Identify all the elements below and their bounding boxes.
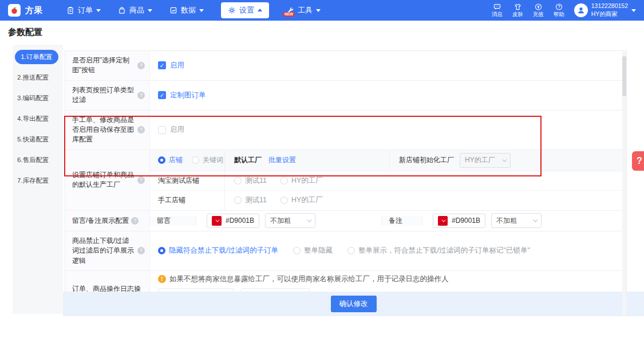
help-icon[interactable]: ? bbox=[137, 92, 145, 99]
factory-shop-row: 淘宝测试店铺 测试11 HY的工厂 bbox=[150, 171, 626, 191]
main-nav: 订单 商品 数据 bbox=[66, 2, 321, 18]
note-sub-label: 备注 bbox=[381, 216, 422, 226]
row-label-text: 设置店铺订单和商品的默认生产工厂 bbox=[72, 170, 135, 190]
row-label-text: 留言/备注展示配置 bbox=[72, 216, 129, 226]
caret-down-icon bbox=[631, 9, 636, 12]
chart-icon bbox=[169, 6, 177, 14]
factory-option-label: HY的工厂 bbox=[291, 176, 323, 186]
topbar-messages[interactable]: 消息 bbox=[492, 3, 503, 17]
lock-option-show-marked[interactable]: 整单展示，符合禁止下载/过滤词的子订单标记"已锁单" bbox=[347, 246, 530, 256]
message-color-picker[interactable]: #D9001B bbox=[207, 214, 259, 228]
brand-logo-icon bbox=[8, 4, 21, 17]
row-label-text: 是否启用"选择定制图"按钮 bbox=[72, 56, 135, 76]
color-swatch-red bbox=[212, 216, 222, 226]
sidebar-item-order-config[interactable]: 1.订单配置 bbox=[15, 50, 58, 64]
checkbox-label: 启用 bbox=[170, 125, 184, 135]
scrollbar[interactable] bbox=[622, 52, 626, 315]
user-shop-name: HY的商家 bbox=[591, 10, 628, 18]
topbar-skin[interactable]: 皮肤 bbox=[512, 3, 523, 17]
coin-icon bbox=[534, 3, 543, 11]
help-icon[interactable]: ? bbox=[137, 126, 145, 133]
nav-item-tools[interactable]: NEW 工具 bbox=[286, 2, 321, 18]
message-sub-label: 留言 bbox=[150, 216, 196, 226]
question-icon bbox=[555, 3, 563, 11]
caret-down-icon bbox=[199, 9, 204, 12]
nav-item-settings[interactable]: 设置 bbox=[221, 2, 269, 18]
gear-icon bbox=[228, 6, 236, 14]
sidebar-item-aftersale-config[interactable]: 6.售后配置 bbox=[13, 153, 63, 167]
topbar-help[interactable]: 帮助 bbox=[554, 3, 564, 17]
mode-label: 关键词 bbox=[203, 155, 223, 165]
batch-set-link[interactable]: 批量设置 bbox=[268, 155, 296, 165]
help-icon[interactable]: ? bbox=[137, 176, 145, 184]
init-factory-label: 新店铺初始化工厂 bbox=[399, 155, 454, 165]
factory-header-row: 店铺 关键词 默认工厂 批量设置 新店铺初始化工厂 bbox=[150, 150, 626, 171]
operator-tip: 如果不想将商家信息暴露给工厂，可以使用商家名称展示给工厂，用于记录日志的操作人 bbox=[169, 274, 449, 284]
note-color-picker[interactable]: #D9001B bbox=[433, 214, 485, 228]
factory-option-radio[interactable]: HY的工厂 bbox=[280, 195, 323, 205]
quick-label: 皮肤 bbox=[512, 11, 523, 17]
nav-label: 设置 bbox=[239, 5, 254, 15]
clipboard-icon bbox=[66, 6, 74, 14]
factory-option-radio[interactable]: 测试11 bbox=[234, 195, 267, 205]
user-menu[interactable]: 13122280152 HY的商家 bbox=[574, 2, 636, 18]
select-value: 不加粗 bbox=[496, 216, 517, 226]
help-icon[interactable]: ? bbox=[131, 217, 139, 225]
option-label: 整单隐藏 bbox=[304, 246, 333, 256]
shop-name: 手工店铺 bbox=[158, 195, 185, 205]
radio-on-icon bbox=[158, 247, 165, 254]
help-float-button[interactable]: ? bbox=[632, 151, 644, 171]
mode-keyword-radio[interactable]: 关键词 bbox=[192, 155, 223, 165]
init-factory-select[interactable]: HY的工厂 bbox=[460, 153, 511, 168]
brand-name: 方果 bbox=[25, 5, 42, 16]
nav-item-data[interactable]: 数据 bbox=[169, 2, 204, 18]
scrollbar-thumb[interactable] bbox=[622, 56, 626, 96]
factory-option-radio[interactable]: HY的工厂 bbox=[280, 176, 323, 186]
radio-off-icon bbox=[280, 177, 288, 184]
note-weight-select[interactable]: 不加粗 bbox=[491, 213, 542, 228]
radio-on-icon bbox=[158, 156, 165, 164]
lock-option-hide-sub[interactable]: 隐藏符合禁止下载/过滤词的子订单 bbox=[158, 246, 278, 256]
sidebar-item-stock-config[interactable]: 7.库存配置 bbox=[13, 174, 63, 188]
type-filter-checkbox[interactable]: ✓ bbox=[158, 91, 166, 99]
nav-label: 商品 bbox=[129, 5, 144, 15]
nav-item-orders[interactable]: 订单 bbox=[66, 2, 101, 18]
select-value: 不加粗 bbox=[270, 216, 291, 226]
sidebar-item-code-config[interactable]: 3.编码配置 bbox=[13, 91, 63, 105]
help-icon[interactable]: ? bbox=[137, 247, 145, 254]
user-phone: 13122280152 bbox=[591, 2, 628, 10]
help-float-label: ? bbox=[637, 156, 642, 166]
footer-bar: 确认修改 bbox=[63, 292, 644, 316]
factory-option-radio[interactable]: 测试11 bbox=[234, 176, 267, 186]
lock-option-hide-all[interactable]: 整单隐藏 bbox=[293, 246, 333, 256]
quick-label: 帮助 bbox=[554, 11, 564, 17]
sidebar-item-express-config[interactable]: 5.快递配置 bbox=[13, 132, 63, 147]
sidebar-item-push-config[interactable]: 2.推送配置 bbox=[13, 70, 63, 85]
mode-shop-radio[interactable]: 店铺 bbox=[158, 155, 183, 165]
factory-option-label: HY的工厂 bbox=[291, 195, 323, 205]
help-icon[interactable]: ? bbox=[137, 62, 145, 69]
factory-option-label: 测试11 bbox=[245, 195, 267, 205]
enable-custom-checkbox[interactable]: ✓ bbox=[158, 61, 166, 69]
topbar-right: 消息 皮肤 充值 bbox=[492, 2, 636, 18]
radio-off-icon bbox=[192, 156, 199, 164]
auto-save-checkbox[interactable] bbox=[158, 126, 166, 134]
caret-down-icon bbox=[96, 9, 101, 12]
caret-down-icon bbox=[316, 9, 321, 12]
confirm-button[interactable]: 确认修改 bbox=[331, 296, 377, 312]
select-value: HY的工厂 bbox=[465, 155, 495, 165]
radio-off-icon bbox=[234, 177, 242, 184]
chevron-down-icon bbox=[441, 218, 445, 222]
tshirt-icon bbox=[513, 3, 522, 11]
factory-shop-row: 手工店铺 测试11 HY的工厂 bbox=[150, 191, 626, 210]
radio-off-icon bbox=[347, 247, 355, 254]
message-weight-select[interactable]: 不加粗 bbox=[265, 213, 315, 228]
brand[interactable]: 方果 bbox=[8, 4, 42, 17]
radio-off-icon bbox=[280, 196, 288, 204]
nav-item-products[interactable]: 商品 bbox=[118, 2, 152, 18]
quick-label: 消息 bbox=[492, 11, 503, 17]
sidebar-item-export-config[interactable]: 4.导出配置 bbox=[13, 112, 63, 126]
nav-label: 数据 bbox=[181, 5, 196, 15]
row-lock-logic: 商品禁止下载/过滤词过滤后的订单展示逻辑 ? 隐藏符合禁止下载/过滤词的子订单 … bbox=[65, 231, 626, 271]
topbar-recharge[interactable]: 充值 bbox=[533, 3, 544, 17]
